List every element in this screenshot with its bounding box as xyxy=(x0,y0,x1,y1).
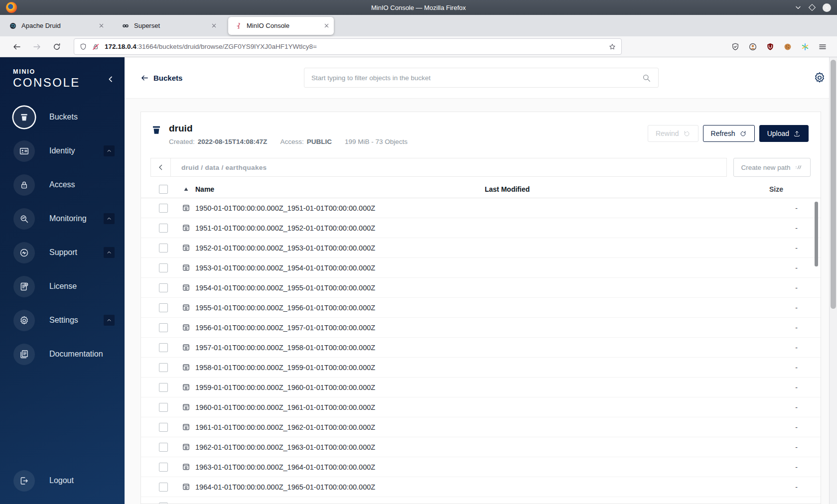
column-header-last-modified[interactable]: Last Modified xyxy=(485,185,744,193)
row-checkbox[interactable] xyxy=(159,383,168,392)
row-checkbox[interactable] xyxy=(159,244,168,252)
object-name[interactable]: 1955-01-01T00:00:00.000Z_1956-01-01T00:0… xyxy=(195,304,485,312)
row-checkbox[interactable] xyxy=(159,403,168,412)
page-scrollbar[interactable] xyxy=(829,57,837,504)
row-checkbox[interactable] xyxy=(159,303,168,312)
object-row[interactable]: 1965-01-01T00:00:00.000Z_1966-01-01T00:0… xyxy=(141,497,821,504)
object-row[interactable]: 1957-01-01T00:00:00.000Z_1958-01-01T00:0… xyxy=(141,338,821,358)
object-row[interactable]: 1962-01-01T00:00:00.000Z_1963-01-01T00:0… xyxy=(141,437,821,457)
back-button[interactable] xyxy=(12,42,21,51)
sidebar-item-logout[interactable]: Logout xyxy=(0,464,125,498)
object-row[interactable]: 1950-01-01T00:00:00.000Z_1951-01-01T00:0… xyxy=(141,198,821,218)
sidebar-item[interactable]: License xyxy=(0,269,125,303)
object-row[interactable]: 1963-01-01T00:00:00.000Z_1964-01-01T00:0… xyxy=(141,457,821,477)
url-bar[interactable]: 172.18.0.4:31664/buckets/druid/browse/ZG… xyxy=(74,38,622,55)
object-row[interactable]: 1953-01-01T00:00:00.000Z_1954-01-01T00:0… xyxy=(141,258,821,278)
cookie-extension-icon[interactable] xyxy=(783,42,792,51)
tab-close-icon[interactable] xyxy=(323,22,330,29)
sidebar-item[interactable]: Monitoring xyxy=(0,202,125,236)
object-size: - xyxy=(744,264,809,272)
settings-gear-icon[interactable] xyxy=(813,71,826,84)
row-checkbox[interactable] xyxy=(159,204,168,213)
url-host: 172.18.0.4 xyxy=(105,43,137,50)
object-name[interactable]: 1960-01-01T00:00:00.000Z_1961-01-01T00:0… xyxy=(195,403,485,411)
object-name[interactable]: 1952-01-01T00:00:00.000Z_1953-01-01T00:0… xyxy=(195,244,485,252)
object-name[interactable]: 1964-01-01T00:00:00.000Z_1965-01-01T00:0… xyxy=(195,483,485,491)
row-checkbox[interactable] xyxy=(159,323,168,332)
forward-button[interactable] xyxy=(32,42,41,51)
row-checkbox[interactable] xyxy=(159,283,168,292)
search-input[interactable] xyxy=(311,74,642,82)
table-scrollbar-thumb[interactable] xyxy=(815,202,818,266)
row-checkbox[interactable] xyxy=(159,443,168,452)
sidebar-item[interactable]: Access xyxy=(0,168,125,202)
reload-button[interactable] xyxy=(52,42,61,51)
object-row[interactable]: 1955-01-01T00:00:00.000Z_1956-01-01T00:0… xyxy=(141,298,821,318)
sidebar-item[interactable]: Support xyxy=(0,236,125,269)
rewind-button[interactable]: Rewind xyxy=(648,125,698,142)
object-name[interactable]: 1954-01-01T00:00:00.000Z_1955-01-01T00:0… xyxy=(195,284,485,292)
row-checkbox[interactable] xyxy=(159,483,168,492)
minimize-button[interactable] xyxy=(795,4,802,11)
object-row[interactable]: 1951-01-01T00:00:00.000Z_1952-01-01T00:0… xyxy=(141,218,821,238)
object-size: - xyxy=(744,483,809,491)
browser-tab[interactable]: Apache Druid xyxy=(3,17,109,35)
object-name[interactable]: 1951-01-01T00:00:00.000Z_1952-01-01T00:0… xyxy=(195,224,485,232)
browser-tab[interactable]: MinIO Console xyxy=(228,17,334,35)
object-name[interactable]: 1961-01-01T00:00:00.000Z_1962-01-01T00:0… xyxy=(195,423,485,431)
sidebar-item[interactable]: Identity xyxy=(0,134,125,168)
object-row[interactable]: 1954-01-01T00:00:00.000Z_1955-01-01T00:0… xyxy=(141,278,821,298)
object-name[interactable]: 1953-01-01T00:00:00.000Z_1954-01-01T00:0… xyxy=(195,264,485,272)
browser-tab[interactable]: Superset xyxy=(116,17,221,35)
create-new-path-button[interactable]: Create new path xyxy=(733,158,811,177)
profile-icon[interactable] xyxy=(748,42,757,51)
path-back-button[interactable] xyxy=(151,158,171,176)
column-header-name[interactable]: Name xyxy=(195,185,485,193)
row-checkbox[interactable] xyxy=(159,503,168,504)
sidebar-item-label: Identity xyxy=(49,146,75,155)
object-name[interactable]: 1963-01-01T00:00:00.000Z_1964-01-01T00:0… xyxy=(195,463,485,471)
tab-close-icon[interactable] xyxy=(211,22,217,29)
row-checkbox[interactable] xyxy=(159,463,168,472)
insecure-lock-icon[interactable] xyxy=(92,43,100,51)
object-name[interactable]: 1957-01-01T00:00:00.000Z_1958-01-01T00:0… xyxy=(195,344,485,352)
object-row[interactable]: 1958-01-01T00:00:00.000Z_1959-01-01T00:0… xyxy=(141,358,821,378)
hamburger-menu-icon[interactable] xyxy=(818,42,827,51)
close-window-button[interactable] xyxy=(823,3,831,12)
object-name[interactable]: 1958-01-01T00:00:00.000Z_1959-01-01T00:0… xyxy=(195,364,485,372)
row-checkbox[interactable] xyxy=(159,423,168,432)
page-scrollbar-thumb[interactable] xyxy=(831,60,836,309)
object-row[interactable]: 1960-01-01T00:00:00.000Z_1961-01-01T00:0… xyxy=(141,397,821,417)
row-checkbox[interactable] xyxy=(159,343,168,352)
row-checkbox[interactable] xyxy=(159,363,168,372)
select-all-checkbox[interactable] xyxy=(159,185,168,194)
object-row[interactable]: 1952-01-01T00:00:00.000Z_1953-01-01T00:0… xyxy=(141,238,821,258)
maximize-button[interactable] xyxy=(809,4,816,11)
sidebar-collapse-icon[interactable] xyxy=(107,75,115,83)
back-to-buckets-link[interactable]: Buckets xyxy=(140,74,182,82)
sidebar-item[interactable]: Settings xyxy=(0,303,125,337)
object-row[interactable]: 1959-01-01T00:00:00.000Z_1960-01-01T00:0… xyxy=(141,378,821,397)
object-size: - xyxy=(744,284,809,292)
object-name[interactable]: 1959-01-01T00:00:00.000Z_1960-01-01T00:0… xyxy=(195,383,485,391)
object-row[interactable]: 1956-01-01T00:00:00.000Z_1957-01-01T00:0… xyxy=(141,318,821,338)
object-name[interactable]: 1956-01-01T00:00:00.000Z_1957-01-01T00:0… xyxy=(195,324,485,332)
object-name[interactable]: 1962-01-01T00:00:00.000Z_1963-01-01T00:0… xyxy=(195,443,485,451)
object-row[interactable]: 1964-01-01T00:00:00.000Z_1965-01-01T00:0… xyxy=(141,477,821,497)
row-checkbox[interactable] xyxy=(159,224,168,233)
sidebar-item[interactable]: Documentation xyxy=(0,337,125,371)
object-row[interactable]: 1961-01-01T00:00:00.000Z_1962-01-01T00:0… xyxy=(141,417,821,437)
column-header-size[interactable]: Size xyxy=(744,185,809,193)
upload-button[interactable]: Upload xyxy=(759,125,809,142)
sidebar-item[interactable]: Buckets xyxy=(0,100,125,134)
row-checkbox[interactable] xyxy=(159,263,168,272)
tracking-shield-icon[interactable] xyxy=(79,43,87,51)
object-filter-search[interactable] xyxy=(304,68,659,88)
colorful-asterisk-extension-icon[interactable] xyxy=(801,42,810,51)
ublock-extension-icon[interactable] xyxy=(766,42,775,51)
object-name[interactable]: 1950-01-01T00:00:00.000Z_1951-01-01T00:0… xyxy=(195,204,485,212)
bookmark-star-icon[interactable] xyxy=(608,43,616,51)
permissions-badge-icon[interactable] xyxy=(731,42,740,51)
refresh-button[interactable]: Refresh xyxy=(703,125,755,142)
tab-close-icon[interactable] xyxy=(98,22,105,29)
